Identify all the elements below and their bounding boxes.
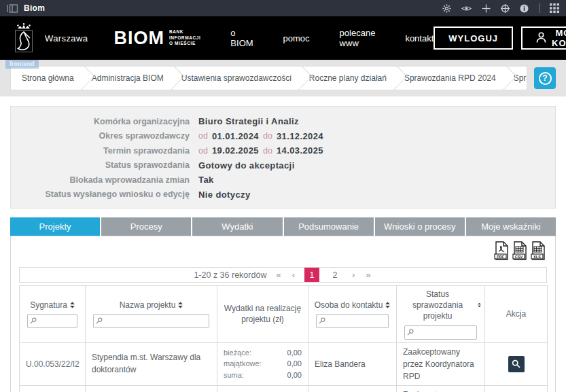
svg-text:XLS: XLS [533,255,541,259]
plus-icon[interactable] [482,4,491,13]
cell-wydatki: bieżące:0,00 majątkowe:0,00 suma:0,00 [217,385,308,392]
header-buttons: WYLOGUJ MOJE KONTO [434,26,566,50]
column-label[interactable]: Osoba do kontaktu [315,300,383,310]
nav-pomoc[interactable]: pomoc [283,33,310,43]
app-topbar: Biom [0,0,566,16]
column-header-sygnatura: Sygnatura [20,286,86,343]
cell-akcja [485,342,548,385]
column-header-nazwa: Nazwa projektu [86,286,217,343]
chevron-right-icon [280,66,313,90]
cell-wydatki: bieżące:0,00 majątkowe:0,00 suma:0,00 [217,342,308,385]
export-buttons: PDF CSV XLS [19,240,547,267]
pagination-first-button[interactable]: « [275,270,282,280]
pagination-prev-button[interactable]: ‹ [291,270,296,280]
nav-polecane-www[interactable]: polecane www [340,28,376,48]
search-icon [319,317,325,324]
my-account-button[interactable]: MOJE KONTO [521,26,566,50]
info-row-status: Status sprawozdania Gotowy do akceptacji [11,158,555,173]
filter-nazwa-input[interactable] [93,314,209,328]
sort-icon[interactable] [178,302,183,308]
projects-table: Sygnatura Nazwa projektu Wydatki na real… [19,285,548,392]
chevron-right-icon [484,66,517,90]
table-row: U.00.053/24/6 Diagnoza cyfrowa 2024 bież… [20,385,548,392]
user-icon [536,32,546,45]
svg-text:PDF: PDF [497,255,505,259]
sidebar-toggle-icon[interactable] [7,4,18,13]
cell-osoba: Eliza Bandera [308,342,397,385]
cell-status: Zaakceptowany przez Koordynatora RPD [397,385,485,392]
search-icon [407,329,414,336]
search-icon [96,317,103,324]
filter-osoba-input[interactable] [316,314,389,328]
tab-podsumowanie[interactable]: Podsumowanie [284,217,374,236]
info-row-termin: Termin sprawozdania od 19.02.2025 do 14.… [11,143,555,158]
column-header-akcja: Akcja [485,286,548,343]
magnifier-icon [512,359,520,368]
tab-projekty[interactable]: Projekty [10,217,100,236]
breadcrumb-item-sprawozdania-rpd[interactable]: Sprawozdania RPD 2024 [404,73,496,83]
cell-nazwa: Stypendia m.st. Warszawy dla doktorantów [86,342,217,385]
column-header-wydatki: Wydatki na realizację projektu (zł) [217,286,308,343]
column-label: Wydatki na realizację projektu (zł) [221,303,304,325]
pagination-page-1[interactable]: 1 [304,268,319,282]
city-name: Warszawa [45,33,88,43]
search-icon [30,317,37,324]
cell-osoba: Emilia Niedzwiecka [308,385,397,392]
table-row: U.00.053/22/I2 Stypendia m.st. Warszawy … [20,342,548,385]
logout-button[interactable]: WYLOGUJ [434,26,513,50]
topbar-separator [539,3,540,13]
crosshair-icon[interactable] [501,4,510,13]
pagination-last-button[interactable]: » [364,270,372,280]
column-label[interactable]: Nazwa projektu [120,300,176,310]
pagination-page-2[interactable]: 2 [328,268,342,282]
cell-status: Zaakceptowany przez Koordynatora RPD [397,342,485,385]
info-row-wniosek: Status wysłanego wniosku o edycję Nie do… [11,188,555,202]
cell-sygnatura: U.00.053/22/I2 [20,342,86,385]
breadcrumb: Strona główna Administracja BIOM Ustawie… [10,66,527,90]
breadcrumb-item-ustawienia[interactable]: Ustawienia sprawozdawczości [181,73,291,83]
column-label[interactable]: Sygnatura [30,300,67,310]
column-label[interactable]: Status sprawozdania projektu [400,289,475,322]
view-details-button[interactable] [508,356,525,372]
pagination-next-button[interactable]: › [351,270,356,280]
cell-akcja [485,385,548,392]
chevron-right-icon [63,66,95,90]
info-icon[interactable] [520,4,529,13]
header-nav: o BIOM pomoc polecane www kontakt [200,28,434,48]
column-header-osoba: Osoba do kontaktu [308,286,397,343]
site-header: Warszawa BIOM BANK INFORMACJI O MIEŚCIE … [0,16,566,60]
section-tabs: Projekty Procesy Wydatki Podsumowanie Wn… [10,217,556,236]
pagination: 1-20 z 36 rekordów « ‹ 1 2 › » [19,267,547,283]
nav-kontakt[interactable]: kontakt [405,33,434,43]
filter-status-input[interactable] [404,325,477,340]
info-row-blokada: Blokada wprowadzania zmian Tak [11,173,555,188]
sort-icon[interactable] [478,302,481,308]
warszawa-logo[interactable]: Warszawa [10,22,88,54]
tab-procesy[interactable]: Procesy [101,217,191,236]
eye-icon[interactable] [461,5,472,12]
brand-subtitle: BANK INFORMACJI O MIEŚCIE [169,29,200,47]
column-label: Akcja [506,308,526,319]
brand-name: BIOM [113,28,164,49]
table-header-row: Sygnatura Nazwa projektu Wydatki na real… [20,286,548,343]
info-row-komorka: Komórka organizacyjna Biuro Strategii i … [11,114,555,129]
tab-wskazniki[interactable]: Moje wskaźniki [466,217,556,236]
help-button[interactable]: ? [534,67,556,89]
pagination-summary: 1-20 z 36 rekordów [194,270,266,280]
column-header-status: Status sprawozdania projektu [397,286,485,343]
sort-icon[interactable] [385,302,390,308]
export-csv-icon[interactable]: CSV [512,241,528,263]
tab-wydatki[interactable]: Wydatki [192,217,282,236]
report-info-panel: Komórka organizacyjna Biuro Strategii i … [10,106,556,209]
gear-icon[interactable] [442,4,451,13]
export-xls-icon[interactable]: XLS [531,241,546,263]
grid-apps-icon[interactable] [550,3,559,13]
chevron-right-icon [375,66,408,90]
breadcrumb-item-roczne-plany[interactable]: Roczne plany działań [309,73,387,83]
nav-o-biom[interactable]: o BIOM [230,28,253,48]
sort-icon[interactable] [70,302,75,308]
tab-wnioski[interactable]: Wnioski o procesy [375,217,465,236]
cell-sygnatura: U.00.053/24/6 [20,385,86,392]
export-pdf-icon[interactable]: PDF [494,241,510,263]
biom-logo[interactable]: BIOM BANK INFORMACJI O MIEŚCIE [113,28,200,49]
